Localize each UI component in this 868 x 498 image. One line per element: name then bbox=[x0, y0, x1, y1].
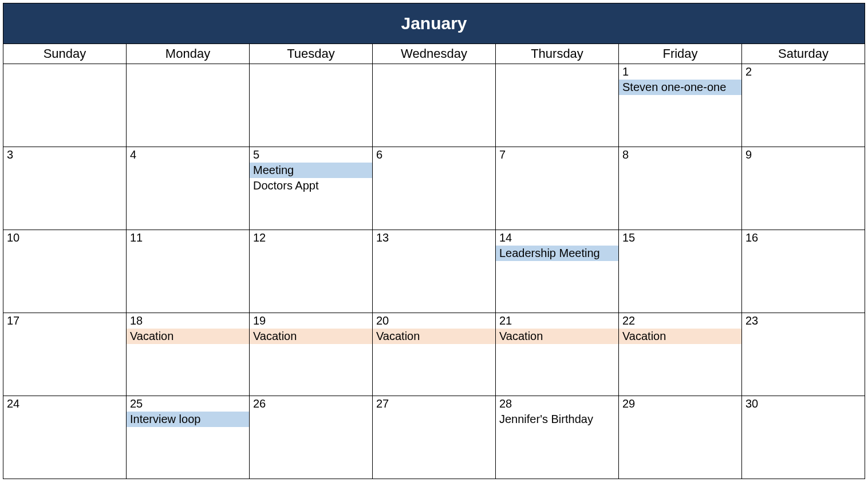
day-cell[interactable]: 29 bbox=[619, 396, 742, 479]
day-cell[interactable]: 17 bbox=[3, 313, 127, 396]
date-number: 1 bbox=[619, 64, 741, 80]
calendar-event[interactable]: Meeting bbox=[250, 163, 372, 178]
date-number: 20 bbox=[373, 313, 495, 329]
day-header-row: Sunday Monday Tuesday Wednesday Thursday… bbox=[3, 44, 865, 64]
day-cell[interactable]: 30 bbox=[742, 396, 865, 479]
date-number: 23 bbox=[742, 313, 865, 329]
day-cell[interactable]: 10 bbox=[3, 230, 127, 313]
calendar-event[interactable]: Interview loop bbox=[127, 412, 249, 427]
date-number: 3 bbox=[3, 147, 126, 163]
date-number: 5 bbox=[250, 147, 372, 163]
day-cell[interactable]: 22Vacation bbox=[619, 313, 742, 396]
day-cell[interactable]: 24 bbox=[3, 396, 127, 479]
date-number: 6 bbox=[373, 147, 495, 163]
date-number: 25 bbox=[127, 396, 249, 412]
date-number: 4 bbox=[127, 147, 249, 163]
date-number: 16 bbox=[742, 230, 865, 246]
calendar-event[interactable]: Doctors Appt bbox=[250, 178, 372, 193]
date-number: 12 bbox=[250, 230, 372, 246]
date-number: 28 bbox=[496, 396, 618, 412]
day-cell[interactable]: 25Interview loop bbox=[127, 396, 250, 479]
date-number: 17 bbox=[3, 313, 126, 329]
day-cell[interactable]: 20Vacation bbox=[373, 313, 496, 396]
day-cell[interactable]: 26 bbox=[250, 396, 373, 479]
calendar-event[interactable]: Leadership Meeting bbox=[496, 246, 618, 261]
day-cell[interactable]: 6 bbox=[373, 147, 496, 230]
date-number: 22 bbox=[619, 313, 741, 329]
date-number: 14 bbox=[496, 230, 618, 246]
day-cell[interactable]: 7 bbox=[496, 147, 619, 230]
date-number bbox=[496, 64, 618, 66]
day-cell[interactable]: 21Vacation bbox=[496, 313, 619, 396]
day-cell[interactable]: 2 bbox=[742, 64, 865, 147]
day-cell[interactable]: 8 bbox=[619, 147, 742, 230]
day-cell[interactable]: 13 bbox=[373, 230, 496, 313]
date-number: 13 bbox=[373, 230, 495, 246]
day-cell[interactable]: 9 bbox=[742, 147, 865, 230]
day-cell[interactable]: 27 bbox=[373, 396, 496, 479]
day-cell[interactable]: 5MeetingDoctors Appt bbox=[250, 147, 373, 230]
date-number: 10 bbox=[3, 230, 126, 246]
date-number bbox=[3, 64, 126, 66]
day-cell[interactable]: 3 bbox=[3, 147, 127, 230]
date-number bbox=[250, 64, 372, 66]
day-cell[interactable] bbox=[250, 64, 373, 147]
date-number: 29 bbox=[619, 396, 741, 412]
day-header-saturday: Saturday bbox=[742, 44, 865, 64]
week-row: 1011121314Leadership Meeting1516 bbox=[3, 230, 865, 313]
date-number: 2 bbox=[742, 64, 865, 80]
date-number: 11 bbox=[127, 230, 249, 246]
date-number bbox=[127, 64, 249, 66]
week-row: 2425Interview loop262728Jennifer's Birth… bbox=[3, 396, 865, 479]
day-header-sunday: Sunday bbox=[3, 44, 127, 64]
day-cell[interactable]: 19Vacation bbox=[250, 313, 373, 396]
day-cell[interactable]: 23 bbox=[742, 313, 865, 396]
day-cell[interactable]: 1Steven one-one-one bbox=[619, 64, 742, 147]
date-number: 27 bbox=[373, 396, 495, 412]
day-cell[interactable]: 12 bbox=[250, 230, 373, 313]
calendar-event[interactable]: Vacation bbox=[373, 329, 495, 344]
calendar-event[interactable]: Vacation bbox=[619, 329, 741, 344]
calendar-event[interactable]: Vacation bbox=[496, 329, 618, 344]
date-number: 21 bbox=[496, 313, 618, 329]
week-row: 1718Vacation19Vacation20Vacation21Vacati… bbox=[3, 313, 865, 396]
day-cell[interactable] bbox=[127, 64, 250, 147]
date-number: 19 bbox=[250, 313, 372, 329]
date-number: 24 bbox=[3, 396, 126, 412]
date-number bbox=[373, 64, 495, 66]
calendar-event[interactable]: Vacation bbox=[250, 329, 372, 344]
day-header-tuesday: Tuesday bbox=[250, 44, 373, 64]
calendar-table: January Sunday Monday Tuesday Wednesday … bbox=[3, 3, 865, 479]
day-header-thursday: Thursday bbox=[496, 44, 619, 64]
month-title: January bbox=[3, 3, 865, 44]
day-cell[interactable] bbox=[496, 64, 619, 147]
date-number: 7 bbox=[496, 147, 618, 163]
day-header-friday: Friday bbox=[619, 44, 742, 64]
calendar-event[interactable]: Vacation bbox=[127, 329, 249, 344]
calendar-event[interactable]: Jennifer's Birthday bbox=[496, 412, 618, 427]
date-number: 15 bbox=[619, 230, 741, 246]
day-cell[interactable]: 15 bbox=[619, 230, 742, 313]
day-cell[interactable] bbox=[373, 64, 496, 147]
week-row: 345MeetingDoctors Appt6789 bbox=[3, 147, 865, 230]
date-number: 18 bbox=[127, 313, 249, 329]
calendar-event[interactable]: Steven one-one-one bbox=[619, 80, 741, 95]
date-number: 9 bbox=[742, 147, 865, 163]
date-number: 30 bbox=[742, 396, 865, 412]
day-cell[interactable]: 16 bbox=[742, 230, 865, 313]
week-row: 1Steven one-one-one2 bbox=[3, 64, 865, 147]
day-cell[interactable]: 4 bbox=[127, 147, 250, 230]
date-number: 8 bbox=[619, 147, 741, 163]
date-number: 26 bbox=[250, 396, 372, 412]
day-header-wednesday: Wednesday bbox=[373, 44, 496, 64]
day-header-monday: Monday bbox=[127, 44, 250, 64]
day-cell[interactable]: 18Vacation bbox=[127, 313, 250, 396]
day-cell[interactable] bbox=[3, 64, 127, 147]
day-cell[interactable]: 11 bbox=[127, 230, 250, 313]
day-cell[interactable]: 28Jennifer's Birthday bbox=[496, 396, 619, 479]
day-cell[interactable]: 14Leadership Meeting bbox=[496, 230, 619, 313]
